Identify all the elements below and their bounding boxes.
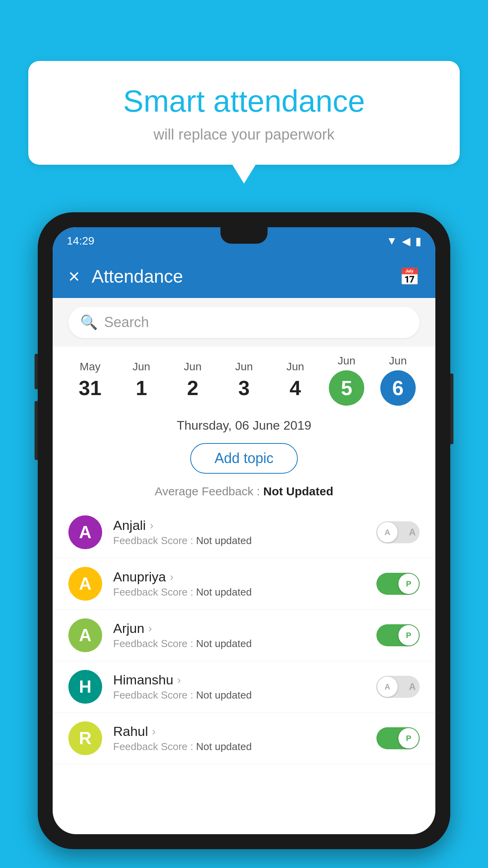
chevron-right-icon: › [152, 725, 156, 738]
cal-month: Jun [184, 360, 202, 373]
student-row[interactable]: AArjun ›Feedback Score : Not updatedP [53, 610, 435, 661]
attendance-toggle-on[interactable]: P [376, 727, 420, 749]
signal-icon: ◀ [402, 235, 411, 248]
phone-notch [220, 227, 268, 244]
calendar-day-2[interactable]: Jun2 [171, 360, 214, 400]
chevron-right-icon: › [148, 622, 152, 635]
student-row[interactable]: AAnupriya ›Feedback Score : Not updatedP [53, 558, 435, 610]
calendar-day-1[interactable]: Jun1 [120, 360, 163, 400]
cal-date: 2 [187, 376, 198, 400]
attendance-toggle-off[interactable]: AA [376, 521, 420, 543]
cal-date: 3 [238, 376, 250, 400]
student-info: Anupriya ›Feedback Score : Not updated [113, 569, 365, 598]
student-info: Rahul ›Feedback Score : Not updated [113, 724, 365, 753]
close-button[interactable]: × [68, 265, 80, 288]
cal-month: May [80, 360, 101, 373]
search-bar[interactable]: 🔍 Search [68, 307, 420, 338]
cal-date-circle: 6 [380, 370, 416, 406]
calendar-strip: May31Jun1Jun2Jun3Jun4Jun5Jun6 [53, 347, 435, 410]
search-input[interactable]: Search [104, 314, 149, 331]
calendar-day-5[interactable]: Jun5 [325, 355, 368, 406]
speech-bubble-subtitle: will replace your paperwork [48, 126, 440, 143]
status-icons: ▼ ◀ ▮ [386, 235, 421, 248]
attendance-toggle-off[interactable]: AA [376, 676, 420, 698]
calendar-day-3[interactable]: Jun3 [222, 360, 266, 400]
student-avatar: R [68, 721, 102, 755]
student-avatar: H [68, 670, 102, 704]
attendance-toggle-on[interactable]: P [376, 573, 420, 595]
app-bar-title: Attendance [92, 266, 387, 287]
calendar-day-31[interactable]: May31 [68, 360, 112, 400]
cal-month: Jun [132, 360, 150, 373]
chevron-right-icon: › [177, 674, 181, 686]
volume-down-button [35, 401, 38, 460]
selected-date-label: Thursday, 06 June 2019 [53, 410, 435, 439]
student-info: Arjun ›Feedback Score : Not updated [113, 621, 365, 650]
phone-device: 14:29 ▼ ◀ ▮ × Attendance 📅 🔍 [38, 212, 450, 849]
student-feedback: Feedback Score : Not updated [113, 741, 365, 753]
phone-frame: 14:29 ▼ ◀ ▮ × Attendance 📅 🔍 [38, 212, 450, 849]
app-bar: × Attendance 📅 [53, 255, 435, 298]
toggle-label: A [409, 527, 416, 538]
student-name: Anjali › [113, 518, 365, 533]
cal-month: Jun [286, 360, 304, 373]
toggle-thumb: A [377, 522, 398, 542]
wifi-icon: ▼ [386, 235, 397, 247]
student-feedback: Feedback Score : Not updated [113, 638, 365, 650]
battery-icon: ▮ [415, 235, 421, 248]
avg-feedback: Average Feedback : Not Updated [53, 481, 435, 507]
search-icon: 🔍 [80, 314, 98, 331]
toggle-thumb: P [398, 728, 419, 748]
student-info: Anjali ›Feedback Score : Not updated [113, 518, 365, 547]
student-row[interactable]: RRahul ›Feedback Score : Not updatedP [53, 713, 435, 764]
student-avatar: A [68, 618, 102, 652]
student-row[interactable]: AAnjali ›Feedback Score : Not updatedAA [53, 507, 435, 558]
student-name: Anupriya › [113, 569, 365, 585]
phone-screen: 14:29 ▼ ◀ ▮ × Attendance 📅 🔍 [53, 227, 435, 834]
student-feedback: Feedback Score : Not updated [113, 689, 365, 701]
student-avatar: A [68, 567, 102, 601]
calendar-day-6[interactable]: Jun6 [376, 355, 420, 406]
calendar-day-4[interactable]: Jun4 [274, 360, 317, 400]
toggle-thumb: A [377, 677, 398, 697]
student-row[interactable]: HHimanshu ›Feedback Score : Not updatedA… [53, 661, 435, 713]
add-topic-button[interactable]: Add topic [190, 443, 298, 474]
student-avatar: A [68, 515, 102, 549]
cal-month: Jun [389, 355, 407, 367]
volume-up-button [35, 354, 38, 389]
cal-month: Jun [235, 360, 253, 373]
cal-month: Jun [338, 355, 356, 367]
attendance-toggle-on[interactable]: P [376, 624, 420, 646]
chevron-right-icon: › [170, 571, 173, 583]
student-name: Rahul › [113, 724, 365, 739]
cal-date: 31 [79, 376, 101, 400]
student-feedback: Feedback Score : Not updated [113, 535, 365, 547]
power-button [450, 373, 453, 444]
calendar-icon[interactable]: 📅 [399, 267, 420, 286]
cal-date: 4 [290, 376, 301, 400]
student-name: Arjun › [113, 621, 365, 636]
speech-bubble-title: Smart attendance [48, 85, 440, 118]
status-time: 14:29 [67, 235, 94, 247]
speech-bubble: Smart attendance will replace your paper… [28, 61, 460, 165]
toggle-label: A [409, 681, 416, 692]
student-info: Himanshu ›Feedback Score : Not updated [113, 672, 365, 701]
cal-date-circle: 5 [329, 370, 364, 406]
chevron-right-icon: › [150, 519, 153, 532]
toggle-thumb: P [398, 625, 419, 645]
student-feedback: Feedback Score : Not updated [113, 586, 365, 598]
student-name: Himanshu › [113, 672, 365, 688]
cal-date: 1 [136, 376, 147, 400]
search-container: 🔍 Search [53, 298, 435, 347]
student-list: AAnjali ›Feedback Score : Not updatedAAA… [53, 507, 435, 764]
toggle-thumb: P [398, 574, 419, 594]
add-topic-container: Add topic [53, 439, 435, 481]
